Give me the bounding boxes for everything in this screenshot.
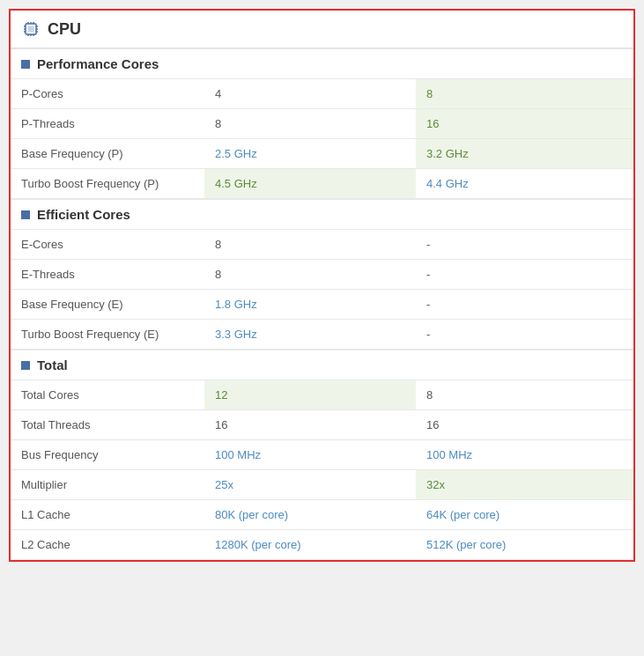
row-label: Base Frequency (E) <box>11 290 204 320</box>
row-label: E-Cores <box>11 230 204 260</box>
section-header-performance: Performance Cores <box>11 48 633 79</box>
row-label: Multiplier <box>11 470 204 500</box>
row-label: Total Cores <box>11 380 204 410</box>
table-row: Turbo Boost Frequency (P) 4.5 GHz 4.4 GH… <box>11 169 633 199</box>
row-label: Total Threads <box>11 410 204 440</box>
section-title-total: Total <box>37 357 68 372</box>
row-val2: 512K (per core) <box>416 530 633 560</box>
section-square-efficient <box>21 210 30 219</box>
svg-rect-1 <box>28 26 34 33</box>
table-row: L1 Cache 80K (per core) 64K (per core) <box>11 500 633 530</box>
row-val1: 4 <box>204 79 416 109</box>
row-label: P-Cores <box>11 79 204 109</box>
row-val1: 12 <box>204 380 416 410</box>
row-label: Bus Frequency <box>11 440 204 470</box>
section-header-efficient: Efficient Cores <box>11 199 633 230</box>
row-val2: - <box>416 230 633 260</box>
table-row: Bus Frequency 100 MHz 100 MHz <box>11 440 633 470</box>
row-label: P-Threads <box>11 109 204 139</box>
row-val1: 8 <box>204 230 416 260</box>
table-row: Multiplier 25x 32x <box>11 470 633 500</box>
row-val1: 16 <box>204 410 416 440</box>
table-row: P-Threads 8 16 <box>11 109 633 139</box>
table-row: Turbo Boost Frequency (E) 3.3 GHz - <box>11 320 633 350</box>
table-row: Base Frequency (E) 1.8 GHz - <box>11 290 633 320</box>
row-val1: 2.5 GHz <box>204 139 416 169</box>
section-square-total <box>21 361 30 370</box>
row-val1: 25x <box>204 470 416 500</box>
section-header-total: Total <box>11 350 633 380</box>
row-val1: 1.8 GHz <box>204 290 416 320</box>
row-val2: 3.2 GHz <box>416 139 633 169</box>
row-label: Turbo Boost Frequency (P) <box>11 169 204 199</box>
cpu-icon <box>21 19 41 39</box>
row-val2: 8 <box>416 380 633 410</box>
section-title-performance: Performance Cores <box>37 56 159 71</box>
row-val1: 8 <box>204 109 416 139</box>
row-val1: 4.5 GHz <box>204 169 416 199</box>
performance-cores-table: P-Cores 4 8 P-Threads 8 16 Base Frequenc… <box>11 79 633 199</box>
table-row: Total Threads 16 16 <box>11 410 633 440</box>
row-val2: 16 <box>416 109 633 139</box>
row-val1: 3.3 GHz <box>204 320 416 350</box>
row-val2: 4.4 GHz <box>416 169 633 199</box>
row-val1: 80K (per core) <box>204 500 416 530</box>
row-val1: 100 MHz <box>204 440 416 470</box>
row-val1: 1280K (per core) <box>204 530 416 560</box>
section-title-efficient: Efficient Cores <box>37 207 130 222</box>
section-square-performance <box>21 60 30 69</box>
table-row: E-Cores 8 - <box>11 230 633 260</box>
cpu-panel: CPU Performance Cores P-Cores 4 8 P-Thre… <box>9 9 635 562</box>
total-table: Total Cores 12 8 Total Threads 16 16 Bus… <box>11 380 633 560</box>
table-row: L2 Cache 1280K (per core) 512K (per core… <box>11 530 633 560</box>
table-row: E-Threads 8 - <box>11 260 633 290</box>
row-val1: 8 <box>204 260 416 290</box>
table-row: P-Cores 4 8 <box>11 79 633 109</box>
row-label: L2 Cache <box>11 530 204 560</box>
row-label: L1 Cache <box>11 500 204 530</box>
row-val2: 64K (per core) <box>416 500 633 530</box>
table-row: Base Frequency (P) 2.5 GHz 3.2 GHz <box>11 139 633 169</box>
row-val2: 16 <box>416 410 633 440</box>
page-title: CPU <box>48 20 81 39</box>
row-label: Turbo Boost Frequency (E) <box>11 320 204 350</box>
panel-header: CPU <box>11 11 633 48</box>
row-val2: 8 <box>416 79 633 109</box>
row-val2: 32x <box>416 470 633 500</box>
table-row: Total Cores 12 8 <box>11 380 633 410</box>
row-label: Base Frequency (P) <box>11 139 204 169</box>
row-val2: - <box>416 260 633 290</box>
row-val2: - <box>416 320 633 350</box>
row-label: E-Threads <box>11 260 204 290</box>
row-val2: - <box>416 290 633 320</box>
efficient-cores-table: E-Cores 8 - E-Threads 8 - Base Frequency… <box>11 230 633 350</box>
row-val2: 100 MHz <box>416 440 633 470</box>
